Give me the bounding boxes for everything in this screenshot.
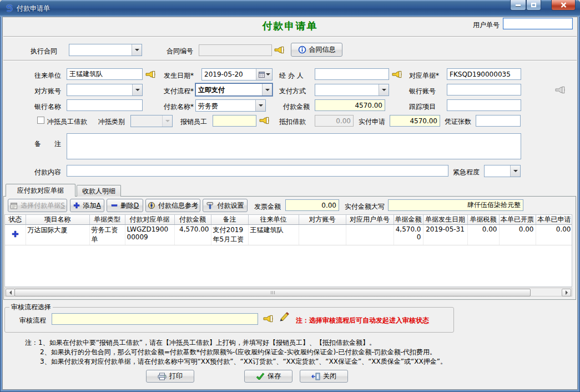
column-header[interactable]: 往来单位 bbox=[248, 215, 299, 225]
cell: LWGZD190000009 bbox=[125, 225, 174, 245]
app-icon bbox=[4, 4, 14, 15]
offset-type-value bbox=[131, 115, 162, 127]
approval-group-legend: 审核流程选择 bbox=[9, 303, 53, 312]
cell bbox=[346, 225, 394, 245]
pay-info-ref-button[interactable]: 付款信息参考 bbox=[145, 199, 200, 212]
table-row[interactable]: 万达国际大厦劳务工资单LWGZD1900000094,570.00支付2019年… bbox=[5, 225, 572, 245]
app-window: 付款申请单 付款申请单 用户单号 执行合同 合同编号 合同信息 往来单位 发生日… bbox=[0, 0, 580, 392]
pay-method-combobox[interactable] bbox=[315, 84, 389, 96]
pay-name-combobox[interactable]: 劳务费 bbox=[195, 99, 266, 112]
column-header[interactable]: 单据金额 bbox=[394, 215, 423, 225]
close-form-button[interactable]: 关闭 bbox=[300, 370, 348, 383]
exec-contract-value bbox=[69, 44, 132, 56]
remark-label: 备 注 bbox=[34, 139, 61, 149]
counter-account-combobox[interactable] bbox=[67, 84, 143, 96]
exec-contract-combobox[interactable] bbox=[69, 44, 142, 56]
ref-doc-input[interactable] bbox=[447, 68, 521, 80]
close-icon bbox=[561, 2, 567, 8]
hand-picker-icon[interactable] bbox=[263, 315, 273, 324]
button-label: 关闭 bbox=[323, 371, 336, 381]
window-title: 付款申请单 bbox=[17, 4, 50, 13]
dropdown-arrow-button[interactable] bbox=[132, 44, 142, 56]
column-header[interactable]: 对方账号 bbox=[299, 215, 346, 225]
calendar-dropdown-button[interactable] bbox=[256, 69, 272, 80]
dropdown-arrow-button[interactable] bbox=[379, 84, 389, 96]
hand-picker-icon[interactable] bbox=[392, 71, 402, 80]
hand-picker-icon[interactable] bbox=[145, 71, 155, 80]
cell: 劳务工资单 bbox=[89, 225, 125, 245]
separator bbox=[3, 36, 577, 37]
chevron-down-icon bbox=[513, 170, 518, 172]
dropdown-arrow-button[interactable] bbox=[255, 100, 265, 111]
dropdown-arrow-button[interactable] bbox=[510, 165, 520, 177]
deduct-loan-input bbox=[315, 115, 354, 127]
column-header[interactable]: 对应用户单号 bbox=[346, 215, 394, 225]
save-button[interactable]: 保存 bbox=[244, 370, 292, 383]
scrollbar-thumb[interactable] bbox=[14, 289, 531, 296]
delete-button[interactable]: 删除D bbox=[107, 199, 143, 212]
approval-flow-input[interactable] bbox=[52, 313, 258, 325]
tab-label: 应付款对应单据 bbox=[17, 186, 64, 195]
tab-label: 收款人明细 bbox=[82, 187, 115, 196]
scroll-right-button[interactable] bbox=[562, 289, 571, 296]
offset-loan-checkbox[interactable] bbox=[37, 117, 44, 124]
column-header[interactable]: 单据类型 bbox=[89, 215, 125, 225]
urgency-combobox[interactable] bbox=[484, 165, 521, 177]
cell: 0.00 bbox=[467, 225, 499, 245]
tab-payee-detail[interactable]: 收款人明细 bbox=[77, 185, 121, 197]
actual-apply-input[interactable] bbox=[390, 115, 440, 127]
bank-name-label: 银行名称 bbox=[34, 102, 61, 112]
hand-picker-icon-disabled bbox=[555, 86, 565, 96]
cell: 4,570.00 bbox=[394, 225, 423, 245]
button-label: 保存 bbox=[268, 371, 281, 381]
invoice-amount-input[interactable] bbox=[285, 199, 339, 211]
track-project-input[interactable] bbox=[447, 99, 521, 111]
voucher-count-input[interactable] bbox=[476, 115, 521, 127]
deduct-loan-label: 抵扣借款 bbox=[279, 117, 306, 127]
remark-textarea[interactable] bbox=[67, 133, 521, 159]
pen-icon[interactable] bbox=[279, 312, 289, 323]
bank-name-input[interactable] bbox=[67, 99, 143, 111]
bank-account-input[interactable] bbox=[447, 84, 521, 96]
column-header[interactable]: 付款金额 bbox=[174, 215, 211, 225]
date-label: 发生日期* bbox=[164, 71, 194, 81]
maximize-button[interactable] bbox=[526, 0, 541, 11]
close-button[interactable] bbox=[551, 0, 576, 11]
handler-input[interactable] bbox=[315, 68, 389, 80]
contract-info-button[interactable]: 合同信息 bbox=[291, 43, 342, 57]
add-button[interactable]: 添加A bbox=[70, 199, 104, 212]
documents-grid-area: 状态项目名称单据类型付款对应单据付款金额备注往来单位对方账号对应用户单号单据金额… bbox=[4, 214, 572, 287]
pay-amount-input[interactable] bbox=[315, 99, 385, 111]
bank-account-label: 银行账号 bbox=[409, 87, 436, 96]
tab-payable-documents[interactable]: 应付款对应单据 bbox=[6, 184, 75, 197]
print-button[interactable]: 打印 bbox=[146, 370, 194, 383]
pay-flow-label: 支付流程* bbox=[164, 87, 194, 96]
cell bbox=[299, 225, 346, 245]
exit-door-icon bbox=[311, 373, 320, 380]
reimburse-emp-input[interactable] bbox=[213, 115, 256, 127]
column-header[interactable]: 备注 bbox=[211, 215, 248, 225]
column-header[interactable]: 本单已开票 bbox=[499, 215, 536, 225]
column-header[interactable]: 单据发生日期 bbox=[423, 215, 467, 225]
dropdown-arrow-button[interactable] bbox=[132, 84, 142, 96]
pay-flow-combobox[interactable]: 立即支付 bbox=[195, 83, 273, 96]
column-header[interactable]: 状态 bbox=[5, 215, 26, 225]
minus-icon bbox=[111, 202, 118, 209]
button-label: 选择付款单据 bbox=[21, 202, 60, 209]
date-picker[interactable]: 2019-05-20 bbox=[201, 68, 273, 81]
column-header[interactable]: 付款对应单据 bbox=[125, 215, 174, 225]
user-no-input[interactable] bbox=[503, 18, 573, 29]
column-header[interactable]: 单据税额 bbox=[467, 215, 499, 225]
horizontal-scrollbar[interactable] bbox=[4, 288, 572, 296]
minimize-button[interactable] bbox=[510, 0, 526, 11]
column-header[interactable]: 本单已申请 bbox=[536, 215, 572, 225]
hand-picker-icon[interactable] bbox=[259, 117, 269, 126]
scroll-left-button[interactable] bbox=[6, 289, 15, 296]
dropdown-arrow-button[interactable] bbox=[262, 84, 272, 96]
pay-settings-button[interactable]: 付款设置 bbox=[203, 199, 248, 212]
column-header[interactable]: 项目名称 bbox=[26, 215, 89, 225]
pay-content-input[interactable] bbox=[67, 165, 448, 177]
partner-label: 往来单位 bbox=[34, 71, 61, 81]
hand-picker-icon[interactable] bbox=[274, 46, 284, 56]
partner-input[interactable] bbox=[67, 68, 143, 80]
